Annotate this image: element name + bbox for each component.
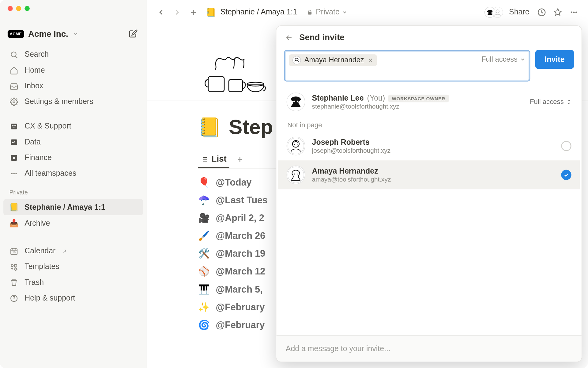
compose-button[interactable]	[127, 28, 139, 40]
share-button[interactable]: Share	[507, 8, 532, 17]
svg-point-0	[11, 52, 16, 57]
page-title-text: Step	[229, 115, 273, 139]
invite-people-input[interactable]: Amaya Hernandez Full access	[284, 50, 530, 81]
suggestion-row[interactable]: Amaya Hernandezamaya@toolsforthought.xyz	[278, 160, 580, 189]
nav-forward[interactable]	[171, 6, 184, 19]
popover-title: Send invite	[299, 33, 345, 43]
item-label: @March 5,	[216, 284, 262, 295]
item-emoji-icon: ✨	[198, 302, 210, 313]
avatar	[287, 137, 305, 155]
home-icon	[9, 66, 18, 75]
svg-point-10	[15, 173, 17, 174]
calendar-icon: 16	[9, 247, 18, 255]
nav-back[interactable]	[155, 6, 168, 19]
presence-avatars[interactable]	[484, 6, 503, 17]
private-page-current[interactable]: 📒 Stephanie / Amaya 1:1	[3, 199, 143, 215]
private-page-label: Archive	[24, 219, 50, 228]
back-button[interactable]	[285, 33, 293, 42]
privacy-indicator[interactable]: Private	[303, 8, 351, 17]
item-label: @April 2, 2	[216, 213, 264, 224]
svg-rect-27	[229, 79, 243, 92]
svg-point-23	[571, 11, 572, 13]
page-emoji-icon: 📥	[9, 219, 18, 228]
suggestion-row[interactable]: Joseph Robertsjoseph@toolsforthought.xyz	[278, 132, 580, 160]
item-emoji-icon: 🎥	[198, 213, 210, 224]
window-traffic-lights[interactable]	[8, 6, 30, 11]
checkbox-checked-icon	[561, 170, 571, 180]
suggestion-email: joseph@toolsforthought.xyz	[312, 147, 391, 154]
svg-point-38	[294, 174, 295, 174]
suggestion-name: Joseph Roberts	[312, 138, 370, 147]
item-label: @March 26	[216, 231, 265, 242]
sidebar-inbox-label: Inbox	[24, 82, 43, 90]
permission-selector[interactable]: Full access	[481, 55, 525, 64]
more-button[interactable]	[567, 6, 580, 19]
invite-message-input[interactable]: Add a message to your invite...	[276, 335, 581, 362]
item-emoji-icon: ☂️	[198, 195, 210, 206]
svg-point-3	[12, 125, 14, 126]
sidebar-search[interactable]: Search	[3, 47, 143, 62]
chart-icon	[9, 138, 18, 146]
svg-rect-14	[14, 264, 17, 267]
chevron-down-icon	[342, 10, 347, 15]
svg-point-35	[294, 144, 295, 145]
favorite-button[interactable]	[552, 6, 564, 19]
share-invite-popover: Send invite Amaya Hernandez Full access	[276, 25, 582, 362]
sidebar-inbox[interactable]: Inbox	[3, 78, 143, 94]
user-permission-selector[interactable]: Full access	[530, 98, 571, 106]
workspace-name: Acme Inc.	[28, 29, 68, 39]
sidebar-templates[interactable]: Templates	[3, 259, 143, 274]
item-label: @Today	[216, 177, 251, 188]
sidebar-calendar-label: Calendar	[24, 247, 55, 255]
new-tab[interactable]	[187, 6, 200, 19]
sidebar-calendar[interactable]: 16 Calendar	[3, 243, 143, 259]
invite-button[interactable]: Invite	[535, 50, 574, 69]
private-page-archive[interactable]: 📥 Archive	[3, 215, 143, 232]
workspace-switcher[interactable]: ACME Acme Inc.	[8, 29, 78, 39]
teamspace-finance[interactable]: Finance	[3, 150, 143, 166]
suggestions-section-label: Not in page	[278, 116, 580, 132]
user-name: Stephanie Lee	[312, 94, 364, 103]
breadcrumb[interactable]: 📒 Stephanie / Amaya 1:1	[203, 7, 300, 17]
updates-button[interactable]	[535, 6, 548, 19]
svg-point-4	[14, 125, 16, 126]
page-emoji-icon: 📒	[9, 202, 18, 212]
list-icon	[201, 155, 208, 163]
suggestion-email: amaya@toolsforthought.xyz	[312, 176, 391, 183]
add-view[interactable]	[233, 153, 246, 166]
svg-rect-16	[308, 12, 311, 14]
close-window[interactable]	[8, 6, 13, 11]
minimize-window[interactable]	[16, 6, 21, 11]
item-emoji-icon: 🌀	[198, 320, 210, 331]
privacy-label: Private	[316, 8, 340, 17]
svg-text:16: 16	[13, 250, 16, 253]
svg-point-25	[575, 11, 577, 13]
item-emoji-icon: 🎹	[198, 284, 210, 295]
teamspace-all[interactable]: All teamspaces	[3, 166, 143, 181]
sidebar-settings[interactable]: Settings & members	[3, 94, 143, 109]
avatar	[287, 93, 305, 111]
user-email: stephanie@toolsforthought.xyz	[312, 103, 449, 110]
sidebar: ACME Acme Inc. Search Home	[0, 0, 147, 368]
chip-name: Amaya Hernandez	[304, 56, 364, 65]
svg-point-7	[13, 157, 15, 159]
svg-point-31	[293, 101, 295, 102]
checkbox-unchecked-icon	[561, 141, 571, 151]
svg-point-9	[13, 173, 15, 174]
teamspace-cx[interactable]: CX & Support	[3, 118, 143, 134]
cover-cups-illustration	[194, 54, 270, 101]
item-label: @Last Tues	[216, 195, 268, 206]
item-label: @March 12	[216, 266, 265, 277]
teamspace-data[interactable]: Data	[3, 134, 143, 150]
item-emoji-icon: 🛠️	[198, 248, 210, 259]
invitee-chip[interactable]: Amaya Hernandez	[289, 54, 377, 66]
chip-remove[interactable]	[368, 57, 373, 63]
sidebar-home[interactable]: Home	[3, 62, 143, 78]
view-tab-list[interactable]: List	[198, 151, 229, 168]
sidebar-trash[interactable]: Trash	[3, 274, 143, 290]
lock-icon	[307, 9, 313, 15]
sidebar-help[interactable]: Help & support	[3, 290, 143, 306]
teamspace-label: Finance	[24, 153, 52, 162]
trash-icon	[9, 278, 18, 287]
maximize-window[interactable]	[24, 6, 30, 11]
